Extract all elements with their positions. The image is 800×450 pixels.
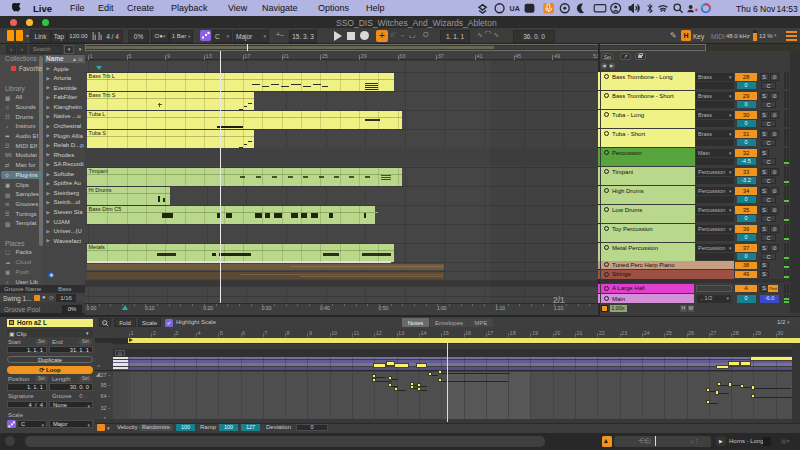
svg-text:UA: UA [510, 6, 520, 14]
